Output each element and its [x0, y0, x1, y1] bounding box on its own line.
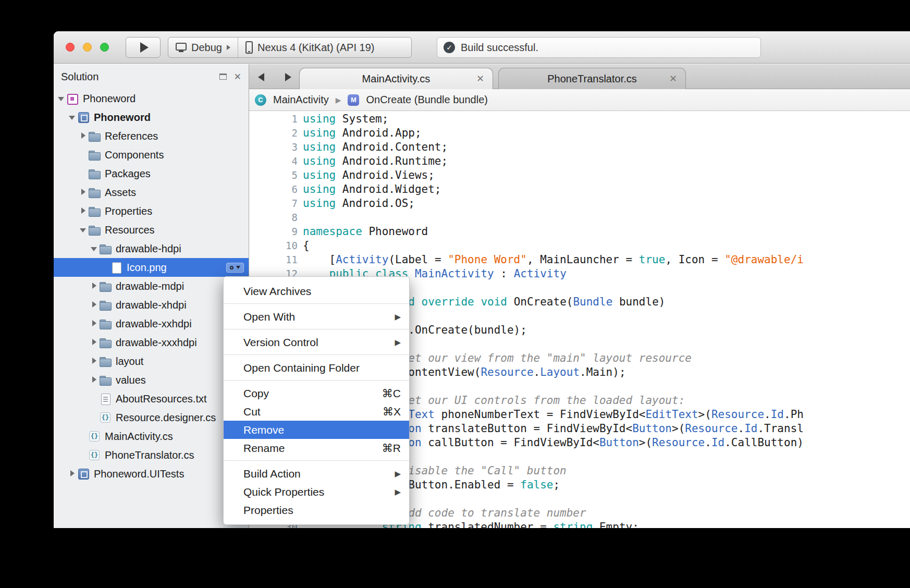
line-number: 7: [249, 197, 298, 211]
file-icon: [110, 261, 122, 274]
item-options-gear-button[interactable]: [226, 263, 244, 273]
tree-item-aboutresources-txt[interactable]: AboutResources.txt: [54, 389, 249, 408]
tree-item-drawable-mdpi[interactable]: drawable-mdpi: [54, 277, 249, 296]
navigate-forward-button[interactable]: [281, 71, 295, 83]
tree-item-phoneword-uitests[interactable]: Phoneword.UITests: [54, 464, 249, 483]
menu-item-remove[interactable]: Remove: [224, 421, 409, 439]
project-icon: [77, 111, 90, 124]
tree-item-assets[interactable]: Assets: [54, 183, 249, 202]
code-line: 7using Android.OS;: [249, 197, 910, 211]
folder-icon: [99, 374, 112, 386]
submenu-arrow-icon: ▶: [395, 338, 401, 347]
tree-item-phoneword[interactable]: Phoneword: [54, 108, 249, 127]
breadcrumb-class[interactable]: MainActivity: [273, 94, 329, 106]
dock-pad-icon[interactable]: [219, 74, 227, 80]
menu-item-rename[interactable]: Rename⌘R: [224, 439, 409, 457]
disclosure-closed-icon[interactable]: [90, 333, 99, 352]
disclosure-closed-icon[interactable]: [90, 371, 99, 389]
disclosure-open-icon[interactable]: [68, 108, 77, 127]
disclosure-closed-icon[interactable]: [90, 352, 99, 371]
disclosure-closed-icon[interactable]: [79, 202, 88, 220]
disclosure-closed-icon[interactable]: [79, 183, 88, 202]
menu-item-open-containing-folder[interactable]: Open Containing Folder: [224, 359, 409, 377]
tree-item-phonetranslator-cs[interactable]: {}PhoneTranslator.cs: [54, 446, 249, 464]
disclosure-closed-icon[interactable]: [90, 314, 99, 333]
disclosure-open-icon[interactable]: [90, 239, 99, 258]
folder-icon: [88, 186, 101, 199]
code-line: 10{: [249, 239, 910, 253]
line-number: 10: [249, 239, 298, 253]
menu-item-open-with[interactable]: Open With▶: [224, 308, 409, 326]
line-number: 9: [249, 225, 298, 239]
tree-item-packages[interactable]: Packages: [54, 164, 249, 183]
window-minimize-button[interactable]: [83, 43, 92, 52]
close-tab-icon[interactable]: ✕: [669, 74, 677, 83]
tree-item-layout[interactable]: layout: [54, 352, 249, 371]
disclosure-closed-icon[interactable]: [90, 296, 99, 314]
folder-icon: [99, 336, 112, 349]
menu-item-version-control[interactable]: Version Control▶: [224, 333, 409, 351]
tab-phonetranslator-cs[interactable]: PhoneTranslator.cs ✕: [498, 68, 686, 89]
tree-item-drawable-hdpi[interactable]: drawable-hdpi: [54, 239, 249, 258]
tree-item-drawable-xxhdpi[interactable]: drawable-xxhdpi: [54, 314, 249, 333]
tree-item-mainactivity-cs[interactable]: {}MainActivity.cs: [54, 427, 249, 446]
disclosure-closed-icon[interactable]: [90, 277, 99, 296]
tree-item-components[interactable]: Components: [54, 145, 249, 164]
menu-separator: [224, 303, 409, 304]
code-text: using Android.Runtime;: [298, 154, 448, 168]
breadcrumb-separator-icon: ▶: [336, 96, 341, 104]
tree-item-references[interactable]: References: [54, 127, 249, 145]
navigate-back-button[interactable]: [254, 71, 268, 83]
breadcrumb-member[interactable]: OnCreate (Bundle bundle): [366, 94, 487, 106]
menu-item-label: Build Action: [243, 468, 301, 480]
tree-item-resource-designer-cs[interactable]: {}Resource.designer.cs: [54, 408, 249, 427]
tree-item-drawable-xhdpi[interactable]: drawable-xhdpi: [54, 296, 249, 314]
code-line: 4using Android.Runtime;: [249, 154, 910, 168]
close-pad-icon[interactable]: ✕: [234, 72, 241, 81]
close-tab-icon[interactable]: ✕: [476, 74, 484, 83]
tree-item-icon-png[interactable]: Icon.png: [54, 258, 249, 277]
tab-label: PhoneTranslator.cs: [547, 73, 637, 85]
menu-item-build-action[interactable]: Build Action▶: [224, 464, 409, 483]
line-number: 11: [249, 253, 298, 267]
disclosure-open-icon[interactable]: [79, 220, 88, 239]
code-line: 2using Android.App;: [249, 126, 910, 140]
disclosure-closed-icon[interactable]: [79, 127, 88, 145]
tree-item-phoneword[interactable]: Phoneword: [54, 89, 249, 108]
code-text: using Android.OS;: [298, 197, 415, 211]
window-close-button[interactable]: [66, 43, 75, 52]
folder-icon: [99, 299, 112, 311]
menu-item-view-archives[interactable]: View Archives: [224, 282, 409, 300]
device-selector[interactable]: Nexus 4 (KitKat) (API 19): [238, 38, 411, 57]
tree-item-resources[interactable]: Resources: [54, 220, 249, 239]
disclosure-closed-icon[interactable]: [68, 464, 77, 483]
tree-item-label: Phoneword.UITests: [94, 468, 184, 480]
status-display[interactable]: ✓ Build successful.: [437, 37, 761, 58]
folder-gear-icon: [88, 167, 101, 180]
tree-item-values[interactable]: values: [54, 371, 249, 389]
build-config-selector[interactable]: Debug: [168, 38, 238, 57]
menu-item-label: Cut: [243, 406, 261, 418]
tree-item-label: Phoneword: [94, 112, 151, 124]
device-label: Nexus 4 (KitKat) (API 19): [257, 42, 375, 54]
code-text: using Android.Views;: [298, 168, 435, 182]
disclosure-spacer: [101, 258, 110, 277]
menu-item-copy[interactable]: Copy⌘C: [224, 384, 409, 402]
window-zoom-button[interactable]: [100, 43, 109, 52]
tree-item-properties[interactable]: Properties: [54, 202, 249, 220]
gear-icon: [92, 173, 96, 177]
run-button[interactable]: [126, 37, 161, 58]
line-number: 8: [249, 211, 298, 225]
menu-item-cut[interactable]: Cut⌘X: [224, 402, 409, 421]
build-config-label: Debug: [191, 42, 222, 54]
csharp-braces-icon: {}: [100, 412, 110, 423]
disclosure-open-icon[interactable]: [57, 89, 66, 108]
submenu-arrow-icon: ▶: [395, 487, 401, 497]
tree-item-drawable-xxxhdpi[interactable]: drawable-xxxhdpi: [54, 333, 249, 352]
tab-mainactivity-cs[interactable]: MainActivity.cs ✕: [299, 68, 493, 89]
menu-separator: [224, 460, 409, 461]
menu-item-properties[interactable]: Properties: [224, 501, 409, 519]
editor-tab-bar: MainActivity.cs ✕ PhoneTranslator.cs ✕: [249, 64, 910, 89]
menu-item-quick-properties[interactable]: Quick Properties▶: [224, 483, 409, 501]
code-text: using Android.Widget;: [298, 182, 441, 197]
